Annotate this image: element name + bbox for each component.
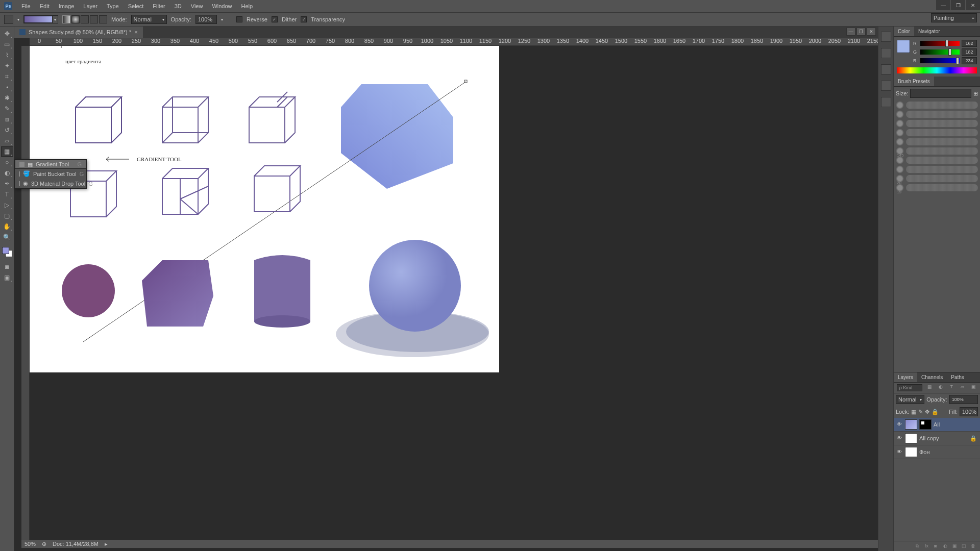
menu-type[interactable]: Type — [103, 1, 123, 11]
brush-preset[interactable] — [896, 156, 978, 164]
tab-brush-presets[interactable]: Brush Presets — [894, 77, 934, 86]
color-swatches[interactable] — [1, 246, 13, 258]
tab-layers[interactable]: Layers — [894, 372, 917, 382]
eyedropper-tool[interactable]: ⦁ — [1, 82, 13, 92]
tab-navigator[interactable]: Navigator — [914, 27, 944, 36]
adjustment-layer-icon[interactable]: ◐ — [943, 543, 949, 549]
zoom-tool[interactable]: 🔍 — [1, 232, 13, 242]
visibility-icon[interactable]: 👁 — [897, 421, 903, 428]
menu-view[interactable]: View — [187, 1, 207, 11]
canvas[interactable]: цвет градиента GRADIENT TOOL — [30, 46, 499, 372]
gradient-angle-icon[interactable] — [81, 15, 89, 23]
pen-tool[interactable]: ✒ — [1, 179, 13, 189]
document-tab[interactable]: Shapes Study.psd @ 50% (All, RGB/8*) *× — [14, 27, 143, 38]
ruler-vertical[interactable] — [21, 46, 30, 543]
brush-preset[interactable] — [896, 165, 978, 173]
layer-fill-input[interactable]: 100% — [960, 407, 978, 416]
r-slider[interactable] — [920, 41, 960, 46]
doc-restore-icon[interactable]: ❐ — [856, 28, 866, 36]
menu-filter[interactable]: Filter — [149, 1, 169, 11]
quick-mask-icon[interactable]: ◙ — [1, 262, 13, 272]
brush-toggle-icon[interactable]: ⊞ — [973, 90, 978, 97]
brush-preset[interactable]: 145 — [896, 147, 978, 155]
dither-checkbox[interactable] — [272, 16, 278, 22]
lock-trans-icon[interactable]: ▦ — [911, 409, 916, 415]
move-tool[interactable]: ✥ — [1, 29, 13, 39]
eraser-tool[interactable]: ▱ — [1, 136, 13, 146]
crop-tool[interactable]: ⌗ — [1, 71, 13, 82]
type-tool[interactable]: T — [1, 189, 13, 199]
gradient-linear-icon[interactable] — [62, 15, 70, 23]
b-slider[interactable] — [920, 58, 960, 63]
doc-minimize-icon[interactable]: — — [846, 28, 855, 36]
panel-icon-1[interactable] — [881, 32, 891, 42]
lasso-tool[interactable]: ⌇ — [1, 50, 13, 60]
gradient-reflected-icon[interactable] — [90, 15, 98, 23]
menu-window[interactable]: Window — [208, 1, 236, 11]
layer-row[interactable]: 👁All — [894, 418, 980, 432]
tool-preset-picker[interactable] — [4, 15, 13, 24]
window-restore-icon[interactable]: ❐ — [951, 0, 965, 10]
filter-type-icon[interactable]: T — [948, 384, 955, 391]
menu-file[interactable]: File — [17, 1, 35, 11]
menu-help[interactable]: Help — [237, 1, 257, 11]
r-value[interactable]: 162 — [962, 40, 977, 47]
close-tab-icon[interactable]: × — [134, 29, 137, 35]
hand-tool[interactable]: ✋ — [1, 221, 13, 232]
brush-preset[interactable] — [896, 110, 978, 118]
brush-preset[interactable] — [896, 101, 978, 109]
brush-preset[interactable] — [896, 119, 978, 128]
status-icon[interactable]: ⊕ — [42, 541, 46, 547]
delete-layer-icon[interactable]: 🗑 — [971, 543, 977, 549]
layer-filter-kind[interactable]: ρ Kind — [897, 384, 922, 391]
shape-tool[interactable]: ▢ — [1, 211, 13, 221]
filter-pixel-icon[interactable]: ▦ — [926, 384, 933, 391]
panel-icon-2[interactable] — [881, 48, 891, 58]
dodge-tool[interactable]: ◐ — [1, 168, 13, 178]
flyout-gradient-tool[interactable]: ▦Gradient ToolG — [15, 160, 86, 169]
layer-mask-icon[interactable]: ◙ — [934, 543, 940, 549]
path-select-tool[interactable]: ▷ — [1, 200, 13, 210]
gradient-radial-icon[interactable] — [71, 15, 80, 23]
layer-opacity-input[interactable]: 100% — [949, 395, 978, 404]
menu-edit[interactable]: Edit — [36, 1, 54, 11]
brush-preset[interactable] — [896, 138, 978, 146]
filter-shape-icon[interactable]: ▱ — [959, 384, 966, 391]
history-brush-tool[interactable]: ↺ — [1, 125, 13, 135]
lock-all-icon[interactable]: 🔒 — [932, 409, 939, 415]
gradient-diamond-icon[interactable] — [99, 15, 107, 23]
g-slider[interactable] — [920, 49, 960, 55]
layer-row[interactable]: 👁Фон — [894, 445, 980, 459]
window-close-icon[interactable]: ✕ — [966, 0, 980, 10]
layer-fx-icon[interactable]: fx — [925, 543, 931, 549]
b-value[interactable]: 234 — [962, 57, 977, 64]
brush-preset[interactable] — [896, 129, 978, 137]
workspace-select[interactable]: Painting≡ — [931, 13, 977, 22]
tab-color[interactable]: Color — [894, 27, 914, 36]
layer-row[interactable]: 👁All copy🔒 — [894, 432, 980, 445]
clone-stamp-tool[interactable]: ⧇ — [1, 114, 13, 124]
healing-brush-tool[interactable]: ✱ — [1, 93, 13, 103]
panel-icon-4[interactable] — [881, 81, 891, 91]
zoom-level[interactable]: 50% — [24, 541, 36, 547]
marquee-tool[interactable]: ▭ — [1, 39, 13, 49]
layer-group-icon[interactable]: ▣ — [952, 543, 959, 549]
foreground-color-swatch[interactable] — [897, 40, 910, 53]
link-layers-icon[interactable]: ⧉ — [916, 543, 922, 549]
brush-tool[interactable]: ✎ — [1, 104, 13, 114]
color-spectrum[interactable] — [897, 67, 977, 73]
menu-layer[interactable]: Layer — [79, 1, 102, 11]
opacity-input[interactable]: 100% — [195, 15, 217, 24]
filter-smart-icon[interactable]: ▣ — [970, 384, 977, 391]
tab-paths[interactable]: Paths — [947, 372, 968, 382]
menu-image[interactable]: Image — [55, 1, 79, 11]
brush-preset[interactable]: 19 — [896, 184, 978, 192]
visibility-icon[interactable]: 👁 — [897, 449, 903, 455]
lock-pixels-icon[interactable]: ✎ — [918, 409, 923, 415]
g-value[interactable]: 182 — [962, 48, 977, 56]
magic-wand-tool[interactable]: ✦ — [1, 61, 13, 71]
panel-icon-5[interactable] — [881, 97, 891, 107]
layer-blend-select[interactable]: Normal▾ — [896, 395, 924, 404]
window-minimize-icon[interactable]: — — [936, 0, 950, 10]
gradient-preview[interactable] — [24, 16, 53, 23]
